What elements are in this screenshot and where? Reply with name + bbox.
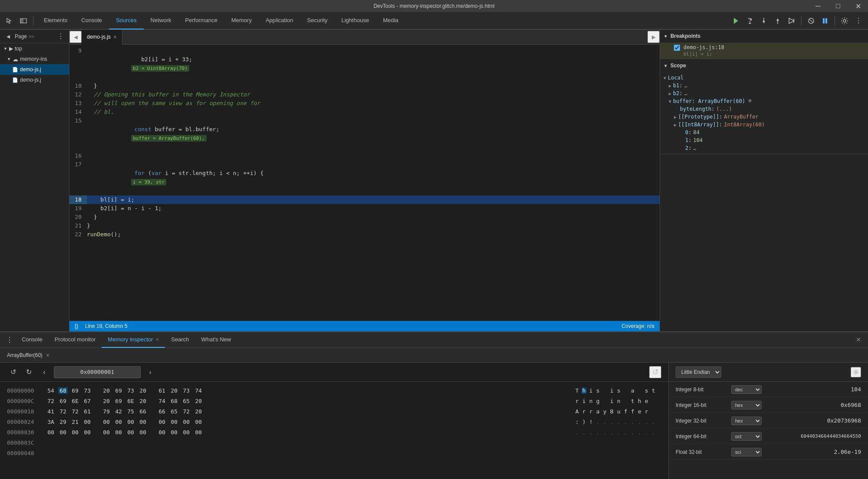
- undo-button[interactable]: ↺: [7, 366, 19, 378]
- ascii-0-9[interactable]: [637, 387, 642, 394]
- scope-local-header[interactable]: ▼ Local: [660, 74, 868, 82]
- dock-button[interactable]: [17, 15, 30, 27]
- scope-int8array[interactable]: ▶ [[Int8Array]]: Int8Array(60): [660, 121, 868, 129]
- int64-format[interactable]: dec hex oct sci: [731, 432, 762, 441]
- bottom-tab-protocol-monitor[interactable]: Protocol monitor: [49, 332, 102, 348]
- float32-format[interactable]: dec hex oct sci: [731, 448, 762, 456]
- next-address-button[interactable]: ›: [144, 366, 156, 378]
- sidebar-item-top[interactable]: ▼ ▶ top: [0, 43, 69, 54]
- scope-buffer[interactable]: ▼ buffer: ArrayBuffer(60) ⊞: [660, 97, 868, 105]
- buffer-tab-close[interactable]: ×: [46, 352, 50, 359]
- ascii-0-3[interactable]: s: [595, 387, 601, 394]
- int16-format[interactable]: dec hex oct sci: [731, 401, 762, 410]
- int32-format[interactable]: dec hex oct sci: [731, 416, 762, 425]
- byte-c-4[interactable]: 20: [102, 398, 111, 404]
- byte-c-7[interactable]: 20: [138, 398, 148, 404]
- byte-c-6[interactable]: 6E: [126, 398, 135, 404]
- bottom-more-button[interactable]: ⋮: [3, 334, 16, 346]
- tab-sources[interactable]: Sources: [109, 12, 144, 30]
- ascii-0-5[interactable]: i: [609, 387, 614, 394]
- memory-inspector-tab-close[interactable]: ×: [155, 336, 159, 343]
- ascii-0-1[interactable]: h: [581, 387, 587, 394]
- ascii-0-10[interactable]: s: [644, 387, 649, 394]
- byte-0-7[interactable]: 20: [138, 387, 148, 394]
- tab-performance[interactable]: Performance: [178, 12, 224, 30]
- byte-c-3[interactable]: 67: [83, 398, 92, 404]
- more-tabs-button[interactable]: >>: [29, 34, 34, 39]
- byte-c-5[interactable]: 69: [114, 398, 123, 404]
- more-options-button[interactable]: ⋮: [852, 15, 865, 27]
- sidebar-item-demo-js-2[interactable]: 📄 demo-js.j: [0, 75, 69, 85]
- ascii-0-7[interactable]: [623, 387, 628, 394]
- editor-tab-close[interactable]: ×: [113, 33, 117, 40]
- address-input[interactable]: [54, 366, 141, 378]
- byte-c-2[interactable]: 6E: [70, 398, 80, 404]
- sidebar-item-memory-inspector[interactable]: ▼ ☁ memory-ins: [0, 54, 69, 64]
- scope-header[interactable]: ▼ Scope: [660, 59, 868, 72]
- byte-0-3[interactable]: 73: [83, 387, 92, 394]
- code-editor[interactable]: 9 b2[i] = i + 33; b2 = Uint8Array(70) 10…: [69, 45, 660, 321]
- cursor-tool-button[interactable]: [3, 15, 16, 27]
- tab-lighthouse[interactable]: Lighthouse: [334, 12, 376, 30]
- ascii-0-6[interactable]: s: [616, 387, 621, 394]
- byte-0-10[interactable]: 73: [182, 387, 191, 394]
- byte-c-0[interactable]: 72: [46, 398, 56, 404]
- scope-prototype[interactable]: ▶ [[Prototype]]: ArrayBuffer: [660, 113, 868, 121]
- bottom-tab-search[interactable]: Search: [165, 332, 195, 348]
- redo-button[interactable]: ↻: [23, 366, 35, 378]
- endian-select[interactable]: Little Endian Big Endian: [676, 367, 721, 378]
- scope-b2[interactable]: ▶ b2: …: [660, 89, 868, 97]
- tab-memory[interactable]: Memory: [224, 12, 259, 30]
- step-into-button[interactable]: [758, 15, 770, 27]
- bottom-tab-console[interactable]: Console: [16, 332, 49, 348]
- ascii-0-2[interactable]: i: [588, 387, 594, 394]
- ascii-0-8[interactable]: a: [630, 387, 635, 394]
- editor-nav-left[interactable]: ◂: [69, 31, 82, 43]
- minimize-button[interactable]: ─: [808, 0, 828, 12]
- byte-0-4[interactable]: 20: [102, 387, 111, 394]
- refresh-button[interactable]: ↺: [649, 366, 661, 378]
- deactivate-breakpoints-button[interactable]: [805, 15, 817, 27]
- byte-0-8[interactable]: 61: [157, 387, 167, 394]
- byte-c-9[interactable]: 68: [169, 398, 179, 404]
- byte-c-1[interactable]: 69: [58, 398, 68, 404]
- breakpoints-header[interactable]: ▼ Breakpoints: [660, 30, 868, 43]
- mr-settings-button[interactable]: [851, 367, 861, 377]
- scope-b1[interactable]: ▶ b1: …: [660, 82, 868, 89]
- format-icon[interactable]: {}: [75, 323, 78, 329]
- byte-0-6[interactable]: 73: [126, 387, 135, 394]
- settings-button[interactable]: [838, 15, 851, 27]
- ascii-0-4[interactable]: [602, 387, 607, 394]
- tab-elements[interactable]: Elements: [37, 12, 74, 30]
- int8-format[interactable]: dec hex oct sci: [731, 385, 762, 394]
- maximize-button[interactable]: □: [828, 0, 848, 12]
- tab-security[interactable]: Security: [300, 12, 334, 30]
- sidebar-item-demo-js-1[interactable]: 📄 demo-js.j: [0, 64, 69, 75]
- byte-0-9[interactable]: 20: [169, 387, 179, 394]
- byte-0-0[interactable]: 54: [46, 387, 56, 394]
- bottom-tab-memory-inspector[interactable]: Memory Inspector ×: [102, 332, 165, 348]
- page-tab-label[interactable]: Page: [15, 33, 27, 40]
- scope-bytelength[interactable]: byteLength: (...): [660, 105, 868, 113]
- byte-0-5[interactable]: 69: [114, 387, 123, 394]
- step-out-button[interactable]: [772, 15, 784, 27]
- close-button[interactable]: ✕: [848, 0, 868, 12]
- resume-button[interactable]: [730, 15, 742, 27]
- step-button[interactable]: [785, 15, 798, 27]
- editor-nav-right[interactable]: ▸: [647, 31, 660, 43]
- byte-0-11[interactable]: 74: [194, 387, 203, 394]
- byte-c-11[interactable]: 20: [194, 398, 203, 404]
- ascii-0-11[interactable]: t: [651, 387, 656, 394]
- sidebar-menu-button[interactable]: ⋮: [56, 32, 66, 41]
- byte-c-10[interactable]: 65: [182, 398, 191, 404]
- step-over-button[interactable]: [744, 15, 756, 27]
- byte-c-8[interactable]: 74: [157, 398, 167, 404]
- breakpoint-checkbox-0[interactable]: [674, 45, 680, 51]
- close-bottom-panel-button[interactable]: ×: [852, 334, 865, 346]
- pause-button[interactable]: [819, 15, 831, 27]
- tab-network[interactable]: Network: [144, 12, 178, 30]
- ascii-0-0[interactable]: T: [574, 387, 580, 394]
- tab-console[interactable]: Console: [74, 12, 109, 30]
- sidebar-nav-button[interactable]: ◂: [3, 32, 13, 41]
- byte-0-1[interactable]: 68: [58, 387, 68, 394]
